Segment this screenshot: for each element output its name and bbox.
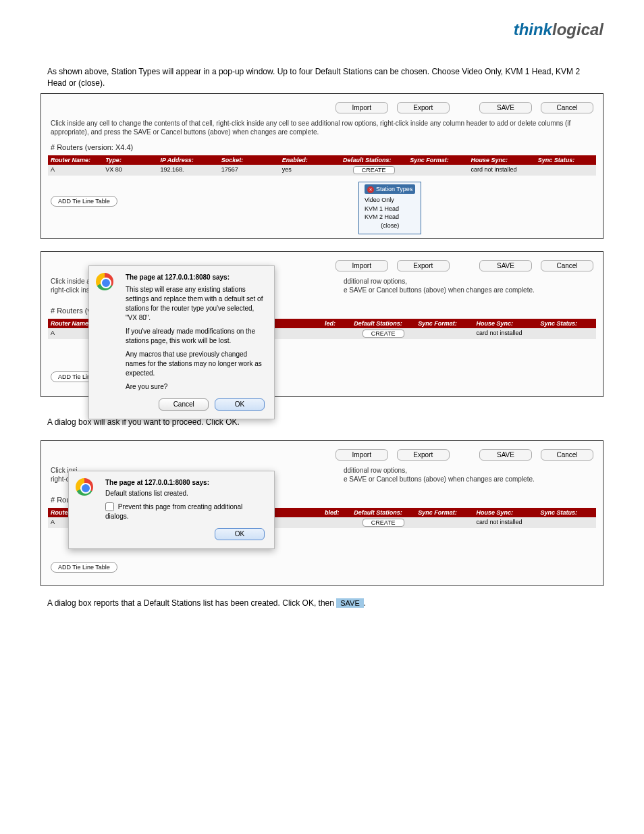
panel-3: Import Export SAVE Cancel Click insi rig… xyxy=(41,440,603,586)
cell-sync-status[interactable] xyxy=(535,165,596,176)
col-sync-status[interactable]: Sync Status: xyxy=(538,319,596,328)
chrome-icon xyxy=(76,478,97,500)
popup-option-kvm1[interactable]: KVM 1 Head xyxy=(365,205,415,213)
col-default-stations[interactable]: Default Stations: xyxy=(351,319,415,328)
close-icon[interactable]: × xyxy=(367,186,374,193)
col-enabled[interactable]: Enabled: xyxy=(279,155,340,165)
create-button[interactable]: CREATE xyxy=(363,519,404,527)
cell-house-sync[interactable]: card not installed xyxy=(474,517,538,528)
lead-paragraph-1: As shown above, Station Types will appea… xyxy=(47,66,597,89)
col-socket[interactable]: Socket: xyxy=(219,155,279,165)
cancel-button[interactable]: Cancel xyxy=(541,449,593,461)
col-type[interactable]: Type: xyxy=(103,155,157,165)
export-button[interactable]: Export xyxy=(397,260,450,271)
save-button[interactable]: SAVE xyxy=(479,449,532,461)
col-ip[interactable]: IP Address: xyxy=(157,155,218,165)
toolbar-3: Import Export SAVE Cancel xyxy=(48,448,596,466)
col-sync-format[interactable]: Sync Format: xyxy=(415,319,473,328)
caption-3: A dialog box reports that a Default Stat… xyxy=(47,598,597,608)
routers-subheading-1: # Routers (version: X4.4) xyxy=(51,143,593,151)
station-types-popup: ×Station Types Video Only KVM 1 Head KVM… xyxy=(358,182,421,234)
cancel-button[interactable]: Cancel xyxy=(541,260,593,271)
panel-1: Import Export SAVE Cancel Click inside a… xyxy=(41,93,603,239)
popup-option-kvm2[interactable]: KVM 2 Head xyxy=(365,213,415,221)
dialog-p2: If you've already made modifications on … xyxy=(126,327,265,346)
cell-type[interactable]: VX 80 xyxy=(103,165,157,176)
import-button[interactable]: Import xyxy=(336,102,388,113)
dialog-cancel-button[interactable]: Cancel xyxy=(159,398,209,411)
tip-text-2-right: dditional row options, e SAVE or Cancel … xyxy=(344,277,593,294)
col-house-sync[interactable]: House Sync: xyxy=(474,508,538,517)
add-tie-line-button[interactable]: ADD Tie Line Table xyxy=(51,196,117,207)
tip-text-2-left: Click inside any ce right-click inside a xyxy=(51,277,92,294)
dialog-p4: Are you sure? xyxy=(126,382,265,392)
save-highlight: SAVE xyxy=(336,598,364,608)
cancel-button[interactable]: Cancel xyxy=(541,102,593,113)
tip-text-1: Click inside any cell to change the cont… xyxy=(51,119,593,136)
cell-socket[interactable]: 17567 xyxy=(219,165,279,176)
toolbar-1: Import Export SAVE Cancel xyxy=(48,101,596,119)
chrome-icon xyxy=(96,273,117,294)
popup-option-video-only[interactable]: Video Only xyxy=(365,196,415,205)
brand-part1: think xyxy=(514,20,552,38)
col-default-stations[interactable]: Default Stations: xyxy=(351,508,415,517)
save-button[interactable]: SAVE xyxy=(479,260,532,271)
routers-table-1: Router Name: Type: IP Address: Socket: E… xyxy=(48,155,596,176)
dialog-p1: This step will erase any existing statio… xyxy=(126,285,265,323)
tip-text-3-right: dditional row options, e SAVE or Cancel … xyxy=(344,466,593,484)
popup-title: ×Station Types xyxy=(365,184,415,194)
import-button[interactable]: Import xyxy=(336,260,388,271)
col-enabled-short[interactable]: bled: xyxy=(322,508,351,517)
cell-name[interactable]: A xyxy=(48,165,103,176)
col-house-sync[interactable]: House Sync: xyxy=(468,155,535,165)
import-button[interactable]: Import xyxy=(336,449,388,461)
dialog2-title: The page at 127.0.0.1:8080 says: xyxy=(105,478,265,488)
col-house-sync[interactable]: House Sync: xyxy=(474,319,538,328)
info-dialog: The page at 127.0.0.1:8080 says: Default… xyxy=(68,471,275,549)
cell-house-sync[interactable]: card not installed xyxy=(468,165,535,176)
cell-house-sync[interactable]: card not installed xyxy=(474,328,538,339)
panel-2: Import Export SAVE Cancel Click inside a… xyxy=(41,251,603,397)
brand-part2: logical xyxy=(552,20,603,38)
save-button[interactable]: SAVE xyxy=(479,102,532,113)
dialog2-ok-button[interactable]: OK xyxy=(215,528,265,540)
dialog-ok-button[interactable]: OK xyxy=(215,398,265,411)
col-enabled-short[interactable]: led: xyxy=(322,319,351,328)
prevent-dialogs-checkbox[interactable] xyxy=(105,502,114,511)
create-button[interactable]: CREATE xyxy=(363,330,404,338)
dialog-title: The page at 127.0.0.1:8080 says: xyxy=(126,273,265,282)
col-sync-format[interactable]: Sync Format: xyxy=(415,508,473,517)
cell-ip[interactable]: 192.168. xyxy=(157,165,218,176)
popup-option-close[interactable]: (close) xyxy=(365,221,415,230)
create-button[interactable]: CREATE xyxy=(353,166,395,174)
col-sync-status[interactable]: Sync Status: xyxy=(538,508,596,517)
confirm-dialog: The page at 127.0.0.1:8080 says: This st… xyxy=(88,265,275,419)
add-tie-line-button[interactable]: ADD Tie Line Table xyxy=(51,562,117,573)
dialog2-msg: Default stations list created. xyxy=(105,489,265,498)
brand-logo: thinklogical xyxy=(41,20,603,39)
col-default-stations[interactable]: Default Stations: xyxy=(340,155,407,165)
prevent-dialogs-label: Prevent this page from creating addition… xyxy=(105,503,242,520)
col-router-name[interactable]: Router Name: xyxy=(48,155,103,165)
export-button[interactable]: Export xyxy=(397,102,450,113)
cell-default-stations[interactable]: CREATE xyxy=(340,165,407,176)
table-row[interactable]: A VX 80 192.168. 17567 yes CREATE card n… xyxy=(48,165,596,176)
dialog-p3: Any macros that use previously changed n… xyxy=(126,350,265,378)
col-sync-status[interactable]: Sync Status: xyxy=(535,155,596,165)
col-sync-format[interactable]: Sync Format: xyxy=(407,155,468,165)
cell-enabled[interactable]: yes xyxy=(279,165,340,176)
export-button[interactable]: Export xyxy=(397,449,450,461)
cell-sync-format[interactable] xyxy=(407,165,468,176)
